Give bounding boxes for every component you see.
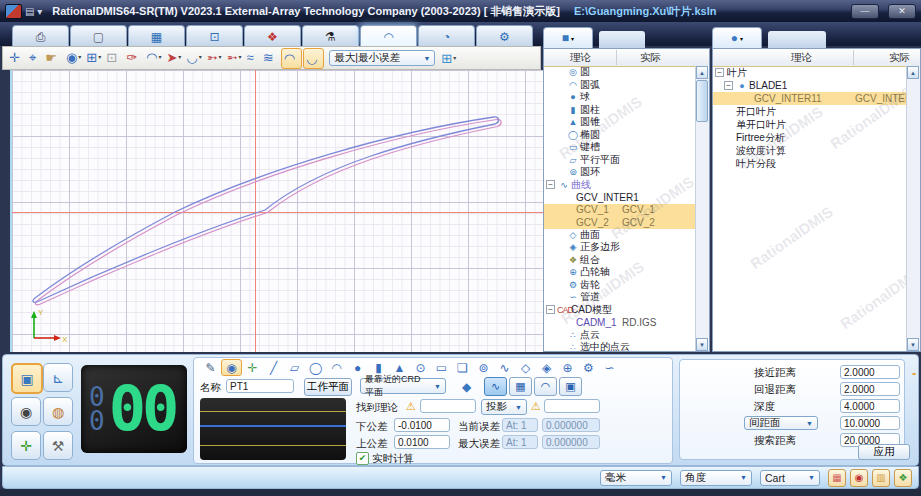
tree-item-single-open-blade[interactable]: − 单开口叶片 <box>713 118 907 131</box>
tree-item-torus[interactable]: − ⊚ 圆环 <box>544 166 696 179</box>
chevron-down-icon[interactable]: ▾ <box>239 49 242 66</box>
align-icon[interactable]: ✛ <box>242 359 263 376</box>
torus-icon[interactable]: ⊚ <box>473 359 494 376</box>
tree-scrollbar[interactable]: ▲ ▼ <box>695 66 709 351</box>
tools-status-icon[interactable]: ❖ <box>894 469 912 487</box>
circle-icon[interactable]: ◯ <box>305 359 326 376</box>
view-orient-icon[interactable]: ◉ ▾ <box>64 48 83 67</box>
polygon-icon[interactable]: ◈ <box>536 359 557 376</box>
nominal-curve-icon[interactable]: ◠ ▾ <box>281 48 302 69</box>
tree-header[interactable]: 理论 实际 <box>544 49 709 67</box>
pan-icon[interactable]: ✛ ▾ <box>7 48 26 67</box>
curve-icon[interactable]: ∿ <box>494 359 515 376</box>
arc-icon[interactable]: ◠ <box>326 359 347 376</box>
actual-column-header[interactable]: 实际 <box>640 51 661 65</box>
spacing-plane-dropdown[interactable]: 间距面▼ <box>744 416 818 430</box>
tree-item-gcv-1[interactable]: − GCV_1 GCV_1 <box>544 204 696 217</box>
tree-item-point-cloud[interactable]: − ∴ 点云 <box>544 329 696 342</box>
slot-icon[interactable]: ▭ <box>431 359 452 376</box>
chevron-down-icon[interactable]: ▾ <box>219 49 222 66</box>
param-input[interactable] <box>840 365 900 379</box>
tab-settings[interactable]: ⚙ <box>476 25 533 47</box>
tab-color[interactable]: ❖ <box>244 25 301 47</box>
graph-status-icon[interactable]: ▥ <box>872 469 890 487</box>
probe-cube-button[interactable]: ▣ <box>11 363 43 394</box>
caliper-button[interactable]: ⊾ <box>43 363 73 392</box>
line-icon[interactable]: ╱ <box>263 359 284 376</box>
units-dropdown[interactable]: 毫米▼ <box>600 470 672 486</box>
tree-item-arc[interactable]: − ◠ 圆弧 <box>544 79 696 92</box>
error-mode-dropdown[interactable]: 最大|最小误差▼ <box>329 50 435 66</box>
tree-item-circle[interactable]: − ◎ 圆 <box>544 66 696 79</box>
dro-grid-icon[interactable]: ▦ <box>828 469 846 487</box>
tree-item-sphere[interactable]: − ● 球 <box>544 91 696 104</box>
realtime-checkbox[interactable]: ✔ <box>356 452 369 465</box>
probe-point-icon[interactable]: ✎ <box>200 359 221 376</box>
chevron-down-icon[interactable]: ▾ <box>158 49 161 66</box>
sensor-button[interactable]: ◉ <box>11 397 41 426</box>
box-view-toggle[interactable]: ▣ <box>559 377 582 396</box>
chevron-down-icon[interactable]: ▾ <box>178 49 181 66</box>
menu-icon[interactable]: ▤ ▾ <box>25 6 42 17</box>
tree-item-blade-segment[interactable]: − 叶片分段 <box>713 157 907 170</box>
tree-item-pipe[interactable]: − ∽ 管道 <box>544 291 696 304</box>
pipe-icon[interactable]: ∽ <box>599 359 620 376</box>
expander-icon[interactable]: − <box>724 81 733 90</box>
tree-item-surface[interactable]: − ◇ 曲面 <box>544 229 696 242</box>
point-icon[interactable]: ◉ <box>221 359 242 376</box>
curve-compare-icon[interactable]: ≈ ▾ <box>245 48 260 67</box>
expander-icon[interactable]: − <box>546 305 555 314</box>
tree-item-curve[interactable]: − ∿ 曲线 <box>544 179 696 192</box>
coord-system-dropdown[interactable]: Cart▼ <box>760 470 820 486</box>
scroll-up-icon[interactable]: ▲ <box>696 66 708 79</box>
tree-item-cadm-1[interactable]: − CADM_1 RD.IGS <box>544 316 696 329</box>
curve-path-icon[interactable]: ➳ ▾ <box>205 48 224 67</box>
graph-view-toggle[interactable]: ∿ <box>484 377 507 396</box>
scroll-down-icon[interactable]: ▼ <box>907 338 919 351</box>
theory-column-header[interactable]: 理论 <box>570 51 591 65</box>
machine-button[interactable]: ⚒ <box>43 431 73 460</box>
scan-curve-icon[interactable]: ✑ ▾ <box>124 48 143 67</box>
crd-plane-dropdown[interactable]: 最靠近的CRD平面▼ <box>360 378 446 394</box>
tree-item-parallel-planes[interactable]: − ▱ 平行平面 <box>544 154 696 167</box>
scroll-down-icon[interactable]: ▼ <box>696 338 708 351</box>
tab-display[interactable]: ⊡ <box>186 25 243 47</box>
workplane-button[interactable]: 工作平面 <box>304 378 352 396</box>
feature-tree-tab[interactable]: ■ ▾ <box>543 27 593 48</box>
graphics-viewport[interactable]: Y X <box>10 70 543 352</box>
tree-item-gcv-inter1[interactable]: − GCV_INTER1 <box>544 191 696 204</box>
tree-item-camshaft[interactable]: − ⊕ 凸轮轴 <box>544 266 696 279</box>
curve-scan2-icon[interactable]: ➵ ▾ <box>225 48 244 67</box>
tree-item-blade1[interactable]: − ● BLADE1 <box>713 79 907 92</box>
tree-item-gcv-2[interactable]: − GCV_2 GCV_2 <box>544 216 696 229</box>
scroll-up-icon[interactable]: ▲ <box>907 66 919 79</box>
screen-icon[interactable]: ⊡ ▾ <box>104 48 123 67</box>
probe-status-icon[interactable]: ◉ <box>850 469 868 487</box>
table-view-toggle[interactable]: ▦ <box>509 377 532 396</box>
tree-item-selected-point-cloud[interactable]: − ∴ 选中的点云 <box>544 341 696 351</box>
helmet-button[interactable]: ◍ <box>43 397 73 426</box>
angle-dropdown[interactable]: 角度▼ <box>680 470 752 486</box>
zoom-window-icon[interactable]: ⌖ ▾ <box>27 48 42 67</box>
chevron-down-icon[interactable]: ▾ <box>78 49 81 66</box>
tree-item-gcv-inter11[interactable]: − GCV_INTER11 GCV_INTER11 <box>713 92 907 105</box>
scroll-thumb[interactable] <box>696 80 708 122</box>
blade-tree-tab[interactable]: ● ▾ <box>712 27 762 48</box>
expander-icon[interactable]: − <box>546 180 555 189</box>
tree-item-waviness-calc[interactable]: − 波纹度计算 <box>713 144 907 157</box>
actual-column-header[interactable]: 实际 <box>889 51 910 65</box>
curve-run-icon[interactable]: ➤ ▾ <box>164 48 183 67</box>
feature-name-input[interactable] <box>226 379 294 393</box>
tab-machine[interactable]: ⎙ <box>12 25 69 47</box>
tree-item-polygon[interactable]: − ◈ 正多边形 <box>544 241 696 254</box>
tree-item-gear[interactable]: − ⚙ 齿轮 <box>544 279 696 292</box>
arc-view-toggle[interactable]: ◠ <box>534 377 557 396</box>
apply-button[interactable]: 应用 <box>858 444 910 460</box>
tab-document[interactable]: ▢ <box>70 25 127 47</box>
param-input[interactable] <box>840 382 900 396</box>
tree-item-slot[interactable]: − ▭ 键槽 <box>544 141 696 154</box>
chevron-down-icon[interactable]: ▾ <box>199 49 202 66</box>
gear-side-icon[interactable] <box>912 373 916 375</box>
tree-item-cylinder[interactable]: − ▮ 圆柱 <box>544 104 696 117</box>
theory-column-header[interactable]: 理论 <box>791 51 812 65</box>
